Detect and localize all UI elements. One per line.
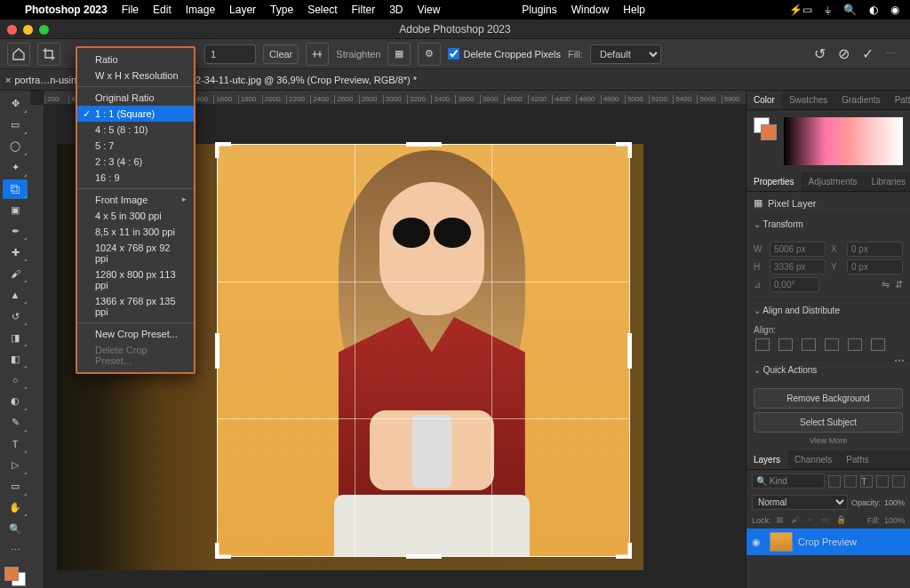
lock-transparency-icon[interactable]: ▦ [776,515,786,526]
crop-boundary[interactable] [217,144,630,557]
overlay-options-icon[interactable]: ▦ [387,43,411,66]
view-more-link[interactable]: View More [754,436,903,445]
brush-tool[interactable]: 🖌 [3,264,28,283]
filter-shape-icon[interactable] [876,475,889,488]
lock-artboard-icon[interactable]: ▭ [821,515,832,526]
angle-field[interactable]: 0,00° [770,277,819,292]
tab-swatches[interactable]: Swatches [782,91,834,109]
crop-tool[interactable]: ⿻ [3,179,28,199]
ratio-option-ratio[interactable]: Ratio [77,52,194,68]
menu-help[interactable]: Help [623,4,645,16]
edit-toolbar[interactable]: ⋯ [3,540,28,560]
y-field[interactable]: 0 px [847,259,903,274]
lock-pixels-icon[interactable]: 🖌 [791,515,802,526]
type-tool[interactable]: T [3,434,28,454]
visibility-icon[interactable]: ◉ [752,536,764,548]
color-swatch[interactable] [754,117,777,140]
foreground-background-colors[interactable] [3,565,28,588]
ratio-option-2-3[interactable]: 2 : 3 (4 : 6) [77,154,194,170]
layer-filter-kind[interactable]: 🔍 Kind [752,473,825,489]
menu-type[interactable]: Type [270,4,293,16]
gradient-tool[interactable]: ◧ [3,349,28,369]
menu-select[interactable]: Select [307,4,337,16]
align-top-icon[interactable] [825,338,839,351]
crop-tool-icon[interactable] [37,43,60,66]
pen-tool[interactable]: ✎ [3,413,28,433]
menu-view[interactable]: View [418,4,441,16]
tab-color[interactable]: Color [746,91,782,109]
tab-libraries[interactable]: Libraries [865,172,910,191]
cancel-crop-icon[interactable]: ⊘ [838,45,850,62]
history-brush-tool[interactable]: ↺ [3,306,28,326]
layer-name[interactable]: Crop Preview [798,536,857,547]
filter-type-icon[interactable]: T [860,475,873,488]
marquee-tool[interactable]: ▭ [3,115,28,135]
menu-image[interactable]: Image [186,4,215,16]
ratio-option-4-5[interactable]: 4 : 5 (8 : 10) [77,122,194,138]
ratio-size-8x11[interactable]: 8,5 x 11 in 300 ppi [77,224,194,240]
crop-settings-icon[interactable]: ⚙ [418,43,441,66]
spotlight-icon[interactable]: 🔍 [843,4,857,16]
delete-cropped-checkbox[interactable]: Delete Cropped Pixels [448,48,560,60]
opacity-value[interactable]: 100% [884,498,905,507]
color-spectrum[interactable] [784,117,903,165]
battery-icon[interactable]: ⚡▭ [789,4,812,16]
menu-filter[interactable]: Filter [351,4,375,16]
crop-handle-bl[interactable] [215,543,231,559]
clear-button[interactable]: Clear [263,44,299,64]
path-select-tool[interactable]: ▷ [3,456,28,475]
ratio-size-4x5[interactable]: 4 x 5 in 300 ppi [77,208,194,224]
ratio-front-image[interactable]: Front Image [77,192,194,208]
align-section[interactable]: Align and Distribute [746,300,910,320]
select-subject-button[interactable]: Select Subject [754,412,903,433]
menu-layer[interactable]: Layer [229,4,256,16]
straighten-label[interactable]: Straighten [336,49,380,60]
align-bottom-icon[interactable] [871,338,885,351]
filter-adjust-icon[interactable] [844,475,857,488]
ratio-option-16-9[interactable]: 16 : 9 [77,170,194,186]
quick-select-tool[interactable]: ✦ [3,158,28,178]
ratio-option-whr[interactable]: W x H x Resolution [77,68,194,83]
reset-crop-icon[interactable]: ↺ [814,45,826,62]
ratio-option-original[interactable]: Original Ratio [77,90,194,106]
tab-adjustments[interactable]: Adjustments [802,172,865,191]
ratio-size-1366[interactable]: 1366 x 768 px 135 ppi [77,293,194,320]
fill-select[interactable]: Default [590,44,661,64]
tab-layers[interactable]: Layers [746,450,787,469]
tab-channels[interactable]: Channels [787,450,839,469]
quick-actions-section[interactable]: Quick Actions [746,360,910,379]
height-field[interactable]: 3336 px [770,259,826,274]
options-menu-icon[interactable]: ⋯ [886,48,896,60]
menu-plugins[interactable]: Plugins [522,4,556,16]
ratio-size-1280[interactable]: 1280 x 800 px 113 ppi [77,266,194,293]
close-window[interactable] [7,25,17,35]
transform-section[interactable]: Transform [746,214,910,234]
lock-position-icon[interactable]: ↔ [806,515,817,526]
blur-tool[interactable]: ○ [3,370,28,390]
more-options-icon[interactable]: ⋯ [894,354,905,367]
minimize-window[interactable] [23,25,33,35]
align-hcenter-icon[interactable] [778,338,793,351]
filter-pixel-icon[interactable] [828,475,841,488]
lasso-tool[interactable]: ◯ [3,137,28,156]
crop-handle-right[interactable] [627,333,632,369]
crop-handle-br[interactable] [616,543,632,559]
align-vcenter-icon[interactable] [848,338,862,351]
dodge-tool[interactable]: ◐ [3,392,28,411]
ratio-option-5-7[interactable]: 5 : 7 [77,138,194,154]
tab-properties[interactable]: Properties [746,172,802,191]
align-right-icon[interactable] [802,338,816,351]
wifi-icon[interactable]: ⏚ [825,4,831,16]
aspect-value-field[interactable]: 1 [204,44,256,64]
fill-value[interactable]: 100% [884,516,905,525]
hand-tool[interactable]: ✋ [3,498,28,518]
home-button[interactable] [7,43,30,66]
menu-window[interactable]: Window [571,4,610,16]
tab-patterns[interactable]: Patt [888,91,910,109]
zoom-window[interactable] [39,25,49,35]
crop-handle-left[interactable] [215,333,220,369]
healing-tool[interactable]: ✚ [3,242,28,262]
blend-mode-select[interactable]: Normal [752,495,848,510]
align-left-icon[interactable] [755,338,770,351]
frame-tool[interactable]: ▣ [3,201,28,220]
